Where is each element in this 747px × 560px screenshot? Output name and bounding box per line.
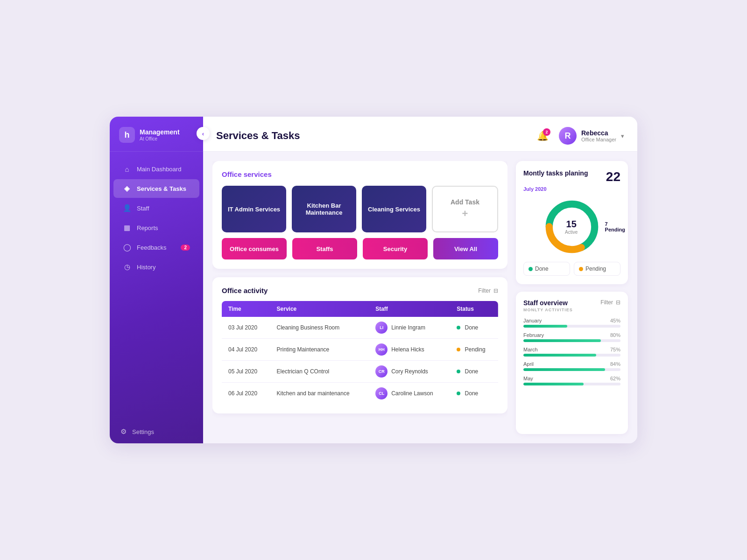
staff-name: Linnie Ingram [391,324,425,331]
progress-bar-fill [523,354,596,357]
cell-staff: CR Cory Reynolds [369,361,450,383]
user-name: Rebecca [581,129,616,137]
pending-dot [579,267,583,271]
logo-title: Management [140,128,180,136]
cell-staff: HH Helena Hicks [369,339,450,361]
sidebar-item-label: Feedbacks [137,244,167,251]
cell-status: Done [450,383,498,405]
quick-link-office-consumes[interactable]: Office consumes [222,238,287,259]
table-row: 04 Jul 2020 Printing Maintenance HH Hele… [222,339,498,361]
quick-link-staffs[interactable]: Staffs [292,238,357,259]
activity-table: Time Service Staff Status 03 Jul 2020 Cl… [222,301,498,404]
col-time: Time [222,301,270,317]
filter-label: Filter [478,287,491,294]
avatar-initials: R [564,131,571,141]
quick-link-security[interactable]: Security [363,238,428,259]
settings-icon: ⚙ [119,427,127,436]
cell-date: 06 Jul 2020 [222,383,270,405]
done-legend-label: Done [535,266,549,272]
cell-service: Printing Maintenance [270,339,369,361]
reports-icon: ▦ [123,224,131,232]
service-card-cleaning[interactable]: Cleaning Services [362,186,426,232]
progress-bar-fill [523,383,584,385]
sidebar-item-feedbacks[interactable]: ◯ Feedbacks 2 [113,238,199,257]
plus-icon: + [462,208,468,220]
month-pct: 45% [610,318,620,323]
status-text: Pending [465,346,486,353]
staff-avatar: CL [375,387,388,399]
month-pct: 80% [610,332,620,338]
staff-overview-card: Staff overview Filter ⊟ MONLTY ACTIVITIE… [516,292,628,434]
progress-bar-bg [523,325,620,328]
sidebar-item-reports[interactable]: ▦ Reports [113,218,199,237]
sidebar-item-label: Reports [137,224,158,231]
service-label: Kitchen Bar Maintenance [296,202,352,216]
staff-name: Cory Reynolds [391,368,428,375]
cell-service: Kitchen and bar maintenance [270,383,369,405]
sidebar-item-main-dashboard[interactable]: ⌂ Main Dashboard [113,160,199,178]
cell-status: Pending [450,339,498,361]
progress-row: April 84% [523,361,620,371]
cell-status: Done [450,361,498,383]
sidebar-item-staff[interactable]: 👤 Staff [113,199,199,217]
sidebar-item-services-tasks[interactable]: ◈ Services & Tasks [113,179,199,198]
progress-bar-bg [523,339,620,342]
header-right: 🔔 2 R Rebecca Office Manager ▾ [535,127,624,145]
status-text: Done [465,368,479,375]
activity-table-wrapper: Time Service Staff Status 03 Jul 2020 Cl… [222,301,498,404]
planning-title: Montly tasks planing [523,169,588,177]
feedback-badge: 2 [181,245,190,251]
quick-links-row: Office consumes Staffs Security View All [222,238,498,259]
planning-count: 22 [606,169,620,184]
donut-chart-container: 15 Active 7 Pending [523,196,620,257]
page-title: Services & Tasks [216,130,300,142]
staff-progress-rows: January 45% February 80% March 75% April… [523,318,620,385]
service-card-kitchen-bar[interactable]: Kitchen Bar Maintenance [292,186,356,232]
month-pct: 75% [610,347,620,352]
service-card-add-task[interactable]: Add Task + [432,186,498,232]
progress-row: May 62% [523,376,620,385]
logo-text: Management At Office [140,128,180,141]
progress-row: March 75% [523,347,620,357]
sidebar-item-history[interactable]: ◷ History [113,258,199,276]
quick-link-view-all[interactable]: View All [433,238,498,259]
table-row: 05 Jul 2020 Electrician Q COntrol CR Cor… [222,361,498,383]
status-dot [457,392,460,395]
left-panel: Office services IT Admin Services Kitche… [212,161,507,434]
staff-icon: 👤 [123,204,131,212]
service-card-it-admin[interactable]: IT Admin Services [222,186,286,232]
staff-sub-title: MONLTY ACTIVITIES [523,308,620,312]
status-text: Done [465,390,479,397]
cell-staff: CL Caroline Lawson [369,383,450,405]
staff-filter-button[interactable]: Filter ⊟ [600,299,620,306]
donut-labels: 7 Pending [605,221,625,232]
progress-row: February 80% [523,332,620,342]
cell-staff: LI Linnie Ingram [369,317,450,339]
filter-area: Filter ⊟ [478,287,498,294]
user-menu[interactable]: R Rebecca Office Manager ▾ [559,127,624,145]
settings-nav-item[interactable]: ⚙ Settings [110,420,203,443]
donut-center: 15 Active [565,219,578,235]
staff-avatar: CR [375,365,388,378]
month-name: May [523,376,533,381]
legend-row: Done Pending [523,262,620,276]
month-name: February [523,332,544,338]
planning-header: Montly tasks planing 22 [523,169,620,184]
office-services-title: Office services [222,170,498,178]
notification-button[interactable]: 🔔 2 [535,127,551,144]
progress-bar-fill [523,368,605,371]
sidebar-item-label: Main Dashboard [137,166,181,173]
staff-avatar: LI [375,322,388,334]
activity-title: Office activity [222,287,268,294]
active-label: Active [565,230,578,235]
month-name: April [523,361,534,367]
activity-filter-button[interactable]: Filter ⊟ [478,287,498,294]
col-service: Service [270,301,369,317]
sidebar-collapse-button[interactable]: ‹ [197,127,210,140]
month-name: March [523,347,538,352]
notification-badge: 2 [543,128,550,136]
staff-name: Caroline Lawson [391,390,433,397]
sidebar-item-label: History [137,264,155,271]
feedback-icon: ◯ [123,243,131,252]
pending-label: 7 Pending [605,221,625,232]
